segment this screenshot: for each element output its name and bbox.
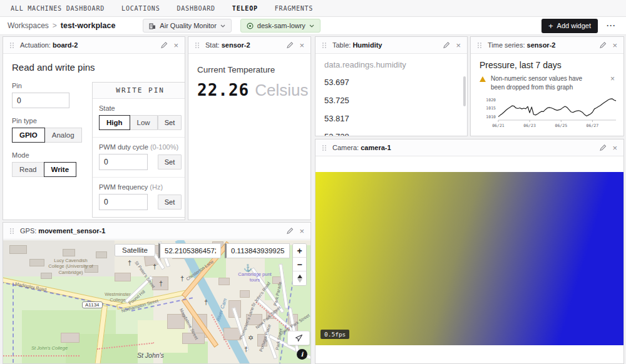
widget-title: GPS: movement_sensor-1	[20, 227, 105, 235]
state-low-button[interactable]: Low	[130, 115, 158, 130]
gps-map[interactable]: Lucy Cavendish College (University of Ca…	[3, 240, 310, 363]
nav-locations[interactable]: LOCATIONS	[121, 5, 160, 12]
state-label: State	[99, 104, 182, 112]
drag-handle-icon[interactable]	[477, 42, 482, 49]
warning-close-icon[interactable]: ×	[610, 74, 615, 83]
machine-selector[interactable]: desk-sam-lowry	[240, 19, 321, 33]
breadcrumb-current-workspace: test-workplace	[61, 21, 116, 30]
zoom-in-button[interactable]: +	[293, 244, 306, 258]
pwm-frequency-input[interactable]	[99, 194, 148, 210]
teleop-dashboard-page: ALL MACHINES DASHBOARD LOCATIONS DASHBOA…	[0, 0, 626, 364]
machine-status-icon	[247, 23, 254, 29]
widget-stat: Stat: sensor-2 × Current Temperature 22.…	[188, 36, 311, 220]
add-widget-button[interactable]: + Add widget	[541, 19, 598, 33]
map-poi-icon: †	[180, 275, 184, 282]
compass-button[interactable]	[293, 271, 306, 285]
mode-read-button[interactable]: Read	[12, 162, 44, 177]
widget-header: Table: Humidity ×	[316, 37, 467, 54]
pin-type-analog-button[interactable]: Analog	[44, 128, 82, 143]
chevron-down-icon	[220, 24, 225, 28]
zoom-out-button[interactable]: −	[293, 258, 306, 271]
drag-handle-icon[interactable]	[322, 42, 327, 49]
scrollbar-thumb[interactable]	[463, 76, 466, 106]
close-icon[interactable]: ×	[173, 41, 178, 49]
widget-header: Camera: camera-1 ×	[316, 139, 623, 156]
edit-icon[interactable]	[286, 227, 294, 235]
map-feature	[9, 245, 27, 254]
chevron-down-icon	[309, 24, 314, 28]
breadcrumb-workspaces[interactable]: Workspaces	[8, 21, 49, 30]
pin-type-gpio-button[interactable]: GPIO	[12, 128, 45, 143]
nav-dashboard[interactable]: DASHBOARD	[177, 5, 215, 12]
building-icon	[149, 23, 156, 29]
set-pwm-frequency-button[interactable]: Set	[158, 195, 182, 210]
close-icon[interactable]: ×	[612, 144, 617, 152]
svg-text:06/21: 06/21	[492, 123, 505, 128]
pressure-chart: 10101015102006/2106/2306/2506/27	[480, 93, 618, 129]
set-state-button[interactable]: Set	[158, 115, 182, 130]
nav-fragments[interactable]: FRAGMENTS	[275, 5, 313, 12]
map-zoom-controls: + −	[292, 243, 307, 286]
locate-button[interactable]	[287, 331, 310, 345]
map-feature	[61, 333, 80, 343]
north-arrow-icon	[297, 275, 302, 278]
widget-title: Table: Humidity	[332, 41, 382, 49]
drag-handle-icon[interactable]	[195, 42, 200, 49]
write-pin-title: WRITE PIN	[93, 83, 185, 99]
map-info-button[interactable]: i	[297, 349, 307, 360]
widget-header: GPS: movement_sensor-1 ×	[3, 223, 310, 240]
svg-text:06/27: 06/27	[587, 123, 599, 128]
map-poi-icon: ✡	[248, 334, 254, 342]
widget-gps: GPS: movement_sensor-1 × Lucy Cavendish …	[3, 222, 311, 364]
edit-icon[interactable]	[599, 41, 607, 49]
map-feature	[182, 333, 205, 344]
location-selector[interactable]: Air Quality Monitor	[143, 19, 231, 33]
map-feature	[13, 283, 14, 363]
svg-text:06/25: 06/25	[555, 123, 568, 128]
set-pwm-duty-button[interactable]: Set	[158, 154, 182, 169]
map-poi-icon: ⚓	[244, 264, 252, 272]
warning-banner: Non-numeric sensor values have been drop…	[480, 74, 615, 91]
latitude-input[interactable]	[158, 243, 221, 258]
longitude-input[interactable]	[225, 243, 290, 258]
actuation-heading: Read and write pins	[12, 62, 176, 73]
edit-icon[interactable]	[443, 41, 450, 49]
plus-icon: +	[548, 22, 553, 30]
widget-header: Stat: sensor-2 ×	[188, 37, 310, 54]
top-navigation: ALL MACHINES DASHBOARD LOCATIONS DASHBOA…	[0, 0, 626, 17]
map-feature	[41, 273, 52, 279]
pwm-duty-label: PWM duty cycle (0-100%)	[99, 143, 182, 151]
close-icon[interactable]: ×	[612, 41, 617, 49]
svg-text:06/23: 06/23	[523, 123, 536, 128]
drag-handle-icon[interactable]	[322, 144, 327, 151]
more-options-icon[interactable]: ···	[607, 21, 616, 30]
drag-handle-icon[interactable]	[9, 42, 14, 49]
state-high-button[interactable]: High	[99, 115, 130, 130]
close-icon[interactable]: ×	[299, 227, 304, 235]
nav-all-machines-dashboard[interactable]: ALL MACHINES DASHBOARD	[11, 5, 105, 12]
satellite-toggle-button[interactable]: Satellite	[115, 244, 155, 256]
pin-label: Pin	[12, 82, 82, 89]
close-icon[interactable]: ×	[456, 41, 461, 49]
pin-input[interactable]	[12, 93, 69, 108]
close-icon[interactable]: ×	[299, 41, 304, 49]
edit-icon[interactable]	[286, 41, 294, 49]
widget-title: Camera: camera-1	[332, 144, 391, 151]
widget-actuation: Actuation: board-2 × Read and write pins…	[3, 36, 185, 220]
mode-write-button[interactable]: Write	[44, 162, 77, 177]
map-feature	[3, 355, 80, 356]
warning-icon	[480, 76, 486, 82]
svg-text:1015: 1015	[486, 106, 496, 111]
stat-value: 22.26	[197, 81, 249, 99]
breadcrumb-separator: >	[53, 21, 57, 30]
edit-icon[interactable]	[160, 41, 168, 49]
nav-teleop[interactable]: TELEOP	[232, 5, 258, 12]
pwm-duty-input[interactable]	[99, 154, 148, 170]
widget-time-series: Time series: sensor-2 × Pressure, last 7…	[470, 36, 624, 136]
edit-icon[interactable]	[599, 144, 607, 151]
map-feature	[63, 249, 75, 256]
chart-title: Pressure, last 7 days	[480, 60, 615, 70]
map-feature	[29, 259, 44, 266]
table-row: 53.725	[324, 91, 458, 109]
drag-handle-icon[interactable]	[9, 228, 14, 235]
